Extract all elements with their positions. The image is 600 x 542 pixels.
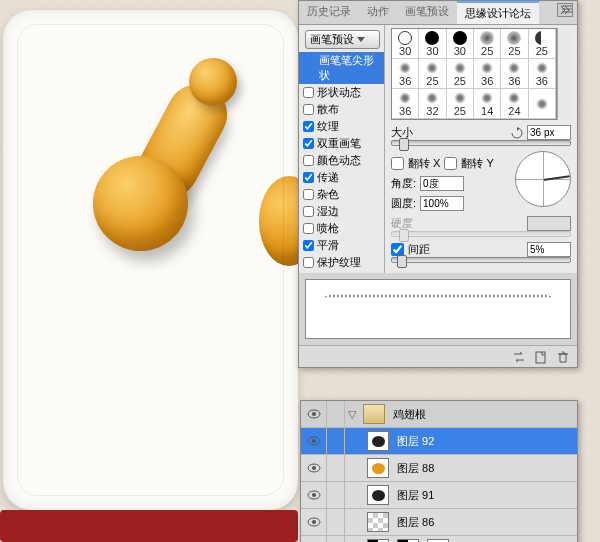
angle-input[interactable] [420,176,464,191]
brush-tip-cell[interactable]: 32 [419,89,446,119]
visibility-toggle[interactable] [301,509,327,535]
visibility-toggle[interactable] [301,455,327,481]
layer-thumbnail[interactable] [367,512,389,532]
brush-option-checkbox[interactable] [303,206,314,217]
brush-option-4[interactable]: 双重画笔 [299,135,384,152]
brush-option-checkbox[interactable] [303,87,314,98]
flip-x-checkbox[interactable] [391,157,404,170]
brush-tip-cell[interactable]: 24 [501,89,528,119]
layer-row[interactable]: 图层 91 [301,482,577,509]
layer-name[interactable]: 图层 86 [397,515,434,530]
page-icon [534,350,548,364]
chicken-leg-artwork [33,46,263,276]
brush-option-label: 喷枪 [317,221,339,236]
brush-option-checkbox[interactable] [303,104,314,115]
brush-option-8[interactable]: 湿边 [299,203,384,220]
brush-option-checkbox[interactable] [303,121,314,132]
visibility-toggle[interactable] [301,482,327,508]
hardness-slider [391,231,571,237]
brush-grid-scrollbar[interactable] [557,28,571,120]
visibility-toggle[interactable] [301,401,327,427]
brush-option-11[interactable]: 保护纹理 [299,254,384,271]
layer-group-row[interactable]: ▽ 鸡翅根 [301,401,577,428]
reset-icon[interactable] [511,127,523,139]
size-input[interactable] [527,125,571,140]
brush-option-10[interactable]: 平滑 [299,237,384,254]
folder-thumbnail [363,404,385,424]
brush-option-6[interactable]: 传递 [299,169,384,186]
brush-option-1[interactable]: 形状动态 [299,84,384,101]
brush-option-checkbox[interactable] [303,189,314,200]
brush-option-9[interactable]: 喷枪 [299,220,384,237]
spacing-input[interactable] [527,242,571,257]
layer-row[interactable]: 图层 88 [301,455,577,482]
brush-tip-cell[interactable]: 36 [529,59,556,89]
panel-menu-button[interactable] [561,4,574,15]
brush-tip-cell[interactable]: 36 [392,59,419,89]
brush-options-list: 画笔预设 画笔笔尖形状形状动态散布纹理双重画笔颜色动态传递杂色湿边喷枪平滑保护纹… [299,25,385,273]
layer-name[interactable]: 图层 88 [397,461,434,476]
spacing-slider[interactable] [391,257,571,263]
brush-tip-cell[interactable]: 25 [501,29,528,59]
svg-point-2 [312,412,316,416]
brush-tip-cell[interactable]: 25 [447,89,474,119]
brush-option-label: 画笔笔尖形状 [319,53,382,83]
brush-option-7[interactable]: 杂色 [299,186,384,203]
roundness-input[interactable] [420,196,464,211]
tab-actions[interactable]: 动作 [359,1,397,24]
brush-option-5[interactable]: 颜色动态 [299,152,384,169]
panel-footer [299,345,577,367]
brush-tip-cell[interactable]: 36 [474,59,501,89]
brush-option-checkbox[interactable] [303,138,314,149]
brush-option-checkbox[interactable] [303,223,314,234]
brush-option-0[interactable]: 画笔笔尖形状 [299,52,384,84]
layers-panel: ▽ 鸡翅根 图层 92图层 88图层 91图层 86色彩平衡 [300,400,578,542]
brush-tip-cell[interactable]: 14 [474,89,501,119]
brush-option-label: 纹理 [317,119,339,134]
brush-tip-cell[interactable]: 25 [419,59,446,89]
brush-tip-cell[interactable]: 25 [447,59,474,89]
layer-row[interactable]: 图层 86 [301,509,577,536]
angle-compass[interactable] [515,151,571,207]
brush-preset-button[interactable]: 画笔预设 [305,30,380,49]
layer-name[interactable]: 图层 91 [397,488,434,503]
layer-thumbnail[interactable] [367,431,389,451]
brush-tip-cell[interactable] [529,89,556,119]
layer-name[interactable]: 图层 92 [397,434,434,449]
brush-option-checkbox[interactable] [303,257,314,268]
layer-thumbnail[interactable] [367,458,389,478]
group-name[interactable]: 鸡翅根 [393,407,426,422]
layer-row[interactable]: 色彩平衡 [301,536,577,542]
spacing-label: 间距 [408,242,430,257]
hardness-input [527,216,571,231]
layer-thumbnail[interactable] [367,485,389,505]
brush-tip-cell[interactable]: 36 [392,89,419,119]
tab-history[interactable]: 历史记录 [299,1,359,24]
tab-siyan-forum[interactable]: 思缘设计论坛 [457,1,539,24]
size-slider[interactable] [391,140,571,146]
flip-y-checkbox[interactable] [444,157,457,170]
brush-tip-cell[interactable]: 25 [474,29,501,59]
brush-option-3[interactable]: 纹理 [299,118,384,135]
brush-option-label: 平滑 [317,238,339,253]
layer-row[interactable]: 图层 92 [301,428,577,455]
tab-brush-presets[interactable]: 画笔预设 [397,1,457,24]
brush-tip-cell[interactable]: 30 [419,29,446,59]
brush-option-checkbox[interactable] [303,240,314,251]
brush-tip-cell[interactable]: 36 [501,59,528,89]
new-brush-button[interactable] [533,349,549,365]
brush-tip-cell[interactable]: 25 [529,29,556,59]
brush-option-2[interactable]: 散布 [299,101,384,118]
brush-tip-cell[interactable]: 30 [392,29,419,59]
brush-option-checkbox[interactable] [303,155,314,166]
brush-option-label: 散布 [317,102,339,117]
visibility-toggle[interactable] [301,536,327,542]
visibility-toggle[interactable] [301,428,327,454]
brush-tip-grid[interactable]: 3030302525253625253636363632251424 [391,28,557,120]
disclosure-triangle[interactable]: ▽ [345,408,359,421]
brush-tip-cell[interactable]: 30 [447,29,474,59]
brush-option-checkbox[interactable] [303,172,314,183]
brush-option-label: 双重画笔 [317,136,361,151]
delete-brush-button[interactable] [555,349,571,365]
toggle-preview-button[interactable] [511,349,527,365]
